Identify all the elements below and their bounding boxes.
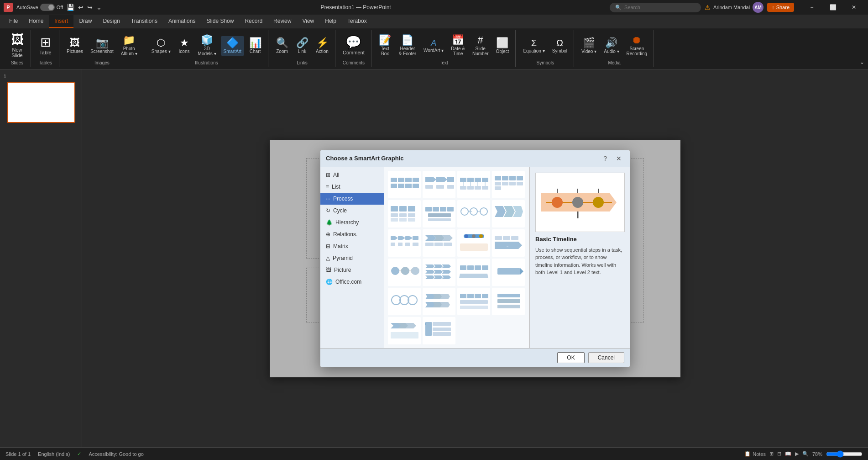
zoom-button[interactable]: 🔍 Zoom: [273, 36, 291, 56]
audio-button[interactable]: 🔊 Audio ▾: [601, 36, 622, 56]
pictures-button[interactable]: 🖼 Pictures: [64, 36, 86, 56]
dialog-help-button[interactable]: ?: [601, 154, 610, 163]
slide-number-button[interactable]: # SlideNumber: [470, 33, 492, 58]
icons-button[interactable]: ★ Icons: [175, 36, 193, 56]
category-all[interactable]: ⊞ All: [320, 169, 384, 181]
screen-recording-button[interactable]: ⏺ ScreenRecording: [624, 33, 650, 58]
tab-design[interactable]: Design: [97, 15, 125, 28]
smartart-item-2[interactable]: [423, 171, 455, 198]
notes-button[interactable]: 📋 Notes: [744, 451, 766, 457]
tab-animations[interactable]: Animations: [163, 15, 201, 28]
more-icon[interactable]: ⌄: [96, 4, 102, 11]
zoom-slider[interactable]: [826, 451, 863, 457]
table-button[interactable]: ⊞ Table: [37, 34, 55, 57]
smartart-item-19[interactable]: [457, 288, 490, 315]
smartart-item-16[interactable]: [492, 259, 525, 286]
smartart-item-22[interactable]: [423, 317, 455, 344]
smartart-item-21[interactable]: [388, 317, 421, 344]
slide-thumbnail[interactable]: [7, 82, 75, 123]
tab-file[interactable]: File: [4, 15, 23, 28]
smartart-item-14[interactable]: [423, 259, 455, 286]
smartart-button[interactable]: 🔷 SmartArt: [221, 36, 244, 56]
tab-insert[interactable]: Insert: [49, 15, 73, 28]
equation-button[interactable]: Σ Equation ▾: [520, 37, 547, 55]
slide-view-icon[interactable]: ⊞: [769, 451, 774, 457]
tab-terabox[interactable]: Terabox: [342, 15, 372, 28]
smartart-item-11[interactable]: [457, 229, 490, 257]
smartart-item-12[interactable]: →: [492, 229, 525, 257]
smartart-item-17[interactable]: [388, 288, 421, 315]
slideshow-view-icon[interactable]: ▶: [795, 451, 799, 457]
tab-view[interactable]: View: [297, 15, 319, 28]
category-picture[interactable]: 🖼 Picture: [320, 264, 384, 276]
avatar[interactable]: AM: [753, 2, 763, 13]
category-cycle[interactable]: ↻ Cycle: [320, 205, 384, 217]
video-button[interactable]: 🎬 Video ▾: [579, 36, 599, 56]
screenshot-button[interactable]: 📷 Screenshot: [88, 36, 116, 56]
tab-help[interactable]: Help: [319, 15, 342, 28]
smartart-item-6[interactable]: [423, 200, 455, 227]
category-matrix[interactable]: ⊟ Matrix: [320, 240, 384, 252]
category-relations[interactable]: ⊕ Relations.: [320, 228, 384, 240]
category-office[interactable]: 🌐 Office.com: [320, 276, 384, 288]
tab-transitions[interactable]: Transitions: [125, 15, 163, 28]
shapes-icon: ⬡: [157, 38, 165, 48]
smartart-item-3[interactable]: [457, 171, 490, 198]
search-box[interactable]: 🔍: [610, 3, 701, 12]
canvas-area: Choose a SmartArt Graphic ? ✕ ⊞ All: [82, 69, 868, 447]
tab-slideshow[interactable]: Slide Show: [201, 15, 239, 28]
smartart-item-7[interactable]: [457, 200, 490, 227]
smartart-item-9[interactable]: [388, 229, 421, 257]
ok-button[interactable]: OK: [557, 352, 584, 363]
svg-rect-46: [408, 218, 415, 222]
cancel-button[interactable]: Cancel: [588, 352, 624, 363]
minimize-button[interactable]: −: [801, 0, 822, 15]
smartart-item-13[interactable]: [388, 259, 421, 286]
save-icon[interactable]: 💾: [67, 4, 74, 11]
search-input[interactable]: [624, 5, 688, 10]
svg-rect-4: [413, 178, 419, 182]
tab-record[interactable]: Record: [239, 15, 268, 28]
reading-view-icon[interactable]: 📖: [785, 451, 791, 457]
dialog-close-button[interactable]: ✕: [613, 154, 624, 163]
maximize-button[interactable]: ⬜: [822, 0, 843, 15]
category-hierarchy[interactable]: 🌲 Hierarchy: [320, 217, 384, 228]
chart-button[interactable]: 📊 Chart: [246, 36, 264, 56]
preview-image: [535, 173, 625, 232]
object-button[interactable]: ⬜ Object: [493, 36, 512, 56]
smartart-item-15[interactable]: [457, 259, 490, 286]
tab-home[interactable]: Home: [23, 15, 49, 28]
svg-marker-108: [459, 274, 488, 278]
link-button[interactable]: 🔗 Link: [293, 36, 311, 56]
smartart-item-18[interactable]: [423, 288, 455, 315]
tab-review[interactable]: Review: [268, 15, 297, 28]
tab-draw[interactable]: Draw: [73, 15, 97, 28]
column-view-icon[interactable]: ⊟: [777, 451, 781, 457]
action-button[interactable]: ⚡ Action: [313, 36, 331, 56]
close-button[interactable]: ✕: [843, 0, 864, 15]
share-button[interactable]: ↑ Share: [767, 3, 794, 12]
comment-button[interactable]: 💬 Comment: [340, 34, 367, 57]
smartart-item-5[interactable]: [388, 200, 421, 227]
symbol-button[interactable]: Ω Symbol: [549, 37, 570, 55]
photo-album-button[interactable]: 📁 PhotoAlbum ▾: [118, 33, 140, 58]
smartart-item-1[interactable]: —: [388, 171, 421, 198]
new-slide-button[interactable]: 🖼 NewSlide: [8, 32, 26, 60]
category-process[interactable]: ··· Process: [320, 193, 384, 205]
header-footer-button[interactable]: 📄 Header& Footer: [396, 33, 419, 58]
3d-models-button[interactable]: 🧊 3DModels ▾: [195, 33, 219, 58]
category-pyramid[interactable]: △ Pyramid: [320, 252, 384, 264]
smartart-item-8[interactable]: [492, 200, 525, 227]
undo-icon[interactable]: ↩: [78, 4, 84, 11]
textbox-button[interactable]: 📝 TextBox: [376, 33, 394, 58]
category-list[interactable]: ≡ List: [320, 181, 384, 193]
ribbon-expand-icon[interactable]: ⌄: [860, 59, 864, 67]
smartart-item-10[interactable]: [423, 229, 455, 257]
smartart-item-20[interactable]: [492, 288, 525, 315]
smartart-item-4[interactable]: [492, 171, 525, 198]
redo-icon[interactable]: ↪: [87, 4, 93, 11]
wordart-button[interactable]: A WordArt ▾: [421, 37, 446, 55]
autosave-toggle[interactable]: [40, 4, 55, 11]
date-time-button[interactable]: 📅 Date &Time: [448, 33, 468, 58]
shapes-button[interactable]: ⬡ Shapes ▾: [149, 36, 173, 56]
